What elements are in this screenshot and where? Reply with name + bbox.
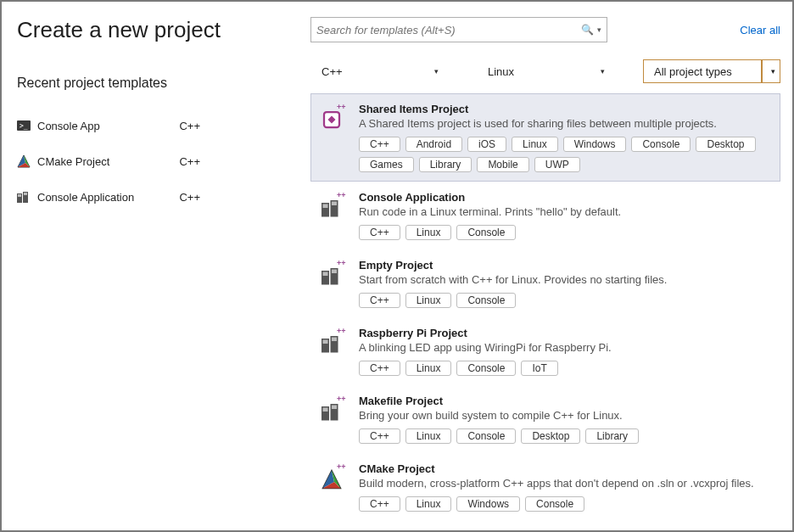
template-item[interactable]: Empty ProjectStart from scratch with C++… [310, 249, 780, 317]
template-description: Bring your own build system to compile C… [359, 409, 769, 422]
template-icon [322, 259, 349, 286]
template-title: Shared Items Project [359, 103, 769, 115]
search-icon[interactable]: 🔍 [581, 24, 594, 36]
template-tag: Desktop [521, 428, 580, 444]
template-tag: Windows [456, 496, 520, 512]
template-icon [17, 119, 31, 132]
template-tag: Mobile [477, 157, 528, 172]
template-tag: Console [456, 428, 516, 444]
template-title: Makefile Project [359, 395, 769, 407]
filter-project-type-label: All project types [654, 65, 732, 78]
filter-platform-label: Linux [488, 65, 514, 78]
template-item[interactable]: Raspberry Pi ProjectA blinking LED app u… [310, 317, 780, 385]
template-tag: Library [585, 428, 639, 444]
template-title: CMake Project [359, 462, 769, 475]
template-icon [322, 191, 349, 218]
template-description: Build modern, cross-platform C++ apps th… [359, 477, 769, 490]
chevron-down-icon: ▾ [601, 67, 605, 76]
recent-item-label: CMake Project [37, 155, 109, 168]
recent-template-item[interactable]: Console ApplicationC++ [17, 179, 294, 215]
template-tags: C++LinuxConsole [359, 293, 769, 308]
template-tag: Android [405, 137, 462, 152]
template-tag: UWP [534, 157, 580, 172]
template-title: Raspberry Pi Project [359, 327, 769, 339]
recent-templates-heading: Recent project templates [17, 76, 294, 91]
template-item[interactable]: CMake ProjectBuild modern, cross-platfor… [310, 453, 780, 521]
template-tag: C++ [359, 496, 400, 512]
template-tag: C++ [359, 225, 400, 240]
template-icon [322, 395, 349, 422]
template-tag: Console [456, 361, 516, 376]
recent-item-label: Console App [37, 120, 100, 132]
search-input-container[interactable]: 🔍 ▾ [310, 17, 607, 42]
page-title: Create a new project [17, 17, 294, 43]
template-tag: C++ [359, 428, 400, 444]
template-item[interactable]: Console ApplicationRun code in a Linux t… [310, 182, 780, 249]
template-tag: Games [359, 157, 414, 172]
filter-project-type-caret[interactable]: ▾ [762, 59, 780, 83]
template-icon [322, 327, 349, 354]
template-item[interactable]: Makefile ProjectBring your own build sys… [310, 385, 780, 453]
template-tags: C++AndroidiOSLinuxWindowsConsoleDesktopG… [359, 137, 769, 172]
template-tag: Console [631, 137, 691, 152]
template-tag: Linux [405, 428, 452, 444]
recent-item-lang: C++ [179, 191, 200, 204]
template-icon [322, 103, 349, 130]
template-title: Empty Project [359, 259, 769, 272]
chevron-down-icon: ▾ [434, 67, 439, 76]
recent-template-item[interactable]: CMake ProjectC++ [17, 143, 294, 179]
template-tag: IoT [521, 361, 557, 376]
template-tag: iOS [467, 137, 506, 152]
filter-project-type-dropdown[interactable]: All project types [643, 59, 762, 83]
template-tag: Windows [563, 137, 627, 152]
template-icon [17, 154, 31, 168]
template-tag: Linux [405, 225, 452, 240]
recent-item-lang: C++ [179, 155, 200, 168]
template-tag: Console [525, 496, 584, 512]
search-input[interactable] [316, 24, 579, 36]
filter-language-dropdown[interactable]: C++ ▾ [310, 59, 446, 83]
recent-item-lang: C++ [179, 120, 200, 132]
filter-language-label: C++ [322, 65, 343, 78]
template-tag: Console [456, 225, 516, 240]
chevron-down-icon: ▾ [771, 67, 775, 76]
template-description: Run code in a Linux terminal. Prints "he… [359, 205, 769, 218]
template-item[interactable]: Shared Items ProjectA Shared Items proje… [310, 93, 780, 182]
template-tags: C++LinuxConsoleDesktopLibrary [359, 428, 769, 444]
template-tag: C++ [359, 293, 400, 308]
template-tag: Console [456, 293, 516, 308]
template-description: A blinking LED app using WiringPi for Ra… [359, 341, 769, 354]
template-icon [322, 462, 349, 490]
template-icon [17, 190, 31, 204]
filter-platform-dropdown[interactable]: Linux ▾ [477, 59, 612, 83]
template-tag: C++ [359, 361, 400, 376]
template-title: Console Application [359, 191, 769, 204]
template-tag: Linux [512, 137, 558, 152]
template-tag: C++ [359, 137, 400, 152]
template-tag: Linux [405, 496, 452, 512]
search-dropdown-caret-icon[interactable]: ▾ [597, 25, 601, 34]
template-description: A Shared Items project is used for shari… [359, 117, 769, 130]
template-tag: Linux [405, 361, 452, 376]
template-tag: Linux [405, 293, 452, 308]
template-tag: Desktop [696, 137, 755, 152]
template-tags: C++LinuxConsole [359, 225, 769, 240]
template-tags: C++LinuxConsoleIoT [359, 361, 769, 376]
clear-all-link[interactable]: Clear all [740, 24, 780, 36]
template-description: Start from scratch with C++ for Linux. P… [359, 273, 769, 286]
recent-item-label: Console Application [37, 191, 134, 204]
template-tags: C++LinuxWindowsConsole [359, 496, 769, 512]
template-tag: Library [419, 157, 472, 172]
recent-template-item[interactable]: Console AppC++ [17, 108, 294, 143]
